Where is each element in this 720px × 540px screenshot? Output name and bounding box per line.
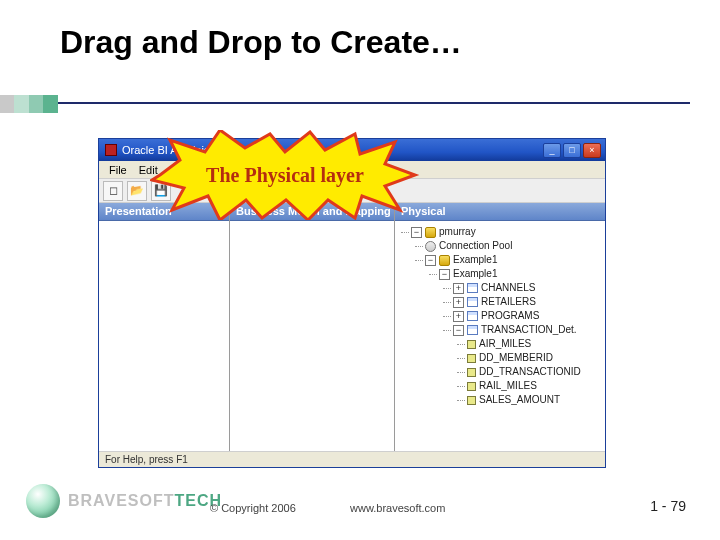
- pane-bmm: Business Model and Mapping: [229, 203, 394, 451]
- close-button[interactable]: ×: [583, 143, 601, 158]
- table-icon: [467, 283, 478, 293]
- tree-node-owner[interactable]: −Example1 +CHANNELS +RETAILERS +PROGRAMS…: [439, 267, 603, 407]
- minus-icon[interactable]: −: [411, 227, 422, 238]
- table-row[interactable]: +PROGRAMS: [453, 309, 603, 323]
- plus-icon[interactable]: +: [453, 283, 464, 294]
- pane-presentation: Presentation: [99, 203, 229, 451]
- plus-icon[interactable]: +: [453, 311, 464, 322]
- callout-starburst: The Physical layer: [150, 130, 420, 220]
- column-row[interactable]: DD_TRANSACTIONID: [467, 365, 603, 379]
- new-icon[interactable]: ◻: [103, 181, 123, 201]
- column-row[interactable]: SALES_AMOUNT: [467, 393, 603, 407]
- copyright-text: © Copyright 2006: [210, 502, 296, 514]
- menu-file[interactable]: File: [103, 162, 133, 178]
- pane-header-physical: Physical: [395, 203, 605, 221]
- minus-icon[interactable]: −: [439, 269, 450, 280]
- column-row[interactable]: DD_MEMBERID: [467, 351, 603, 365]
- column-row[interactable]: AIR_MILES: [467, 337, 603, 351]
- app-icon: [105, 144, 117, 156]
- table-icon: [467, 325, 478, 335]
- database-icon: [425, 227, 436, 238]
- column-icon: [467, 382, 476, 391]
- pane-body-presentation[interactable]: [99, 221, 229, 451]
- tree-node-connpool[interactable]: Connection Pool: [425, 239, 603, 253]
- tree-node-schema[interactable]: −Example1 −Example1 +CHANNELS +RETAILERS…: [425, 253, 603, 407]
- tree-node-datasource[interactable]: −pmurray Connection Pool −Example1 −Exam…: [411, 225, 603, 407]
- column-icon: [467, 396, 476, 405]
- pane-physical: Physical −pmurray Connection Pool −Examp…: [394, 203, 605, 451]
- brand-name: BRAVESOFT: [68, 492, 174, 509]
- title-underline: [58, 102, 690, 104]
- minus-icon[interactable]: −: [453, 325, 464, 336]
- callout-text: The Physical layer: [150, 164, 420, 187]
- table-row[interactable]: +RETAILERS: [453, 295, 603, 309]
- minus-icon[interactable]: −: [425, 255, 436, 266]
- brand-logo: BRAVESOFTTECH: [26, 484, 222, 518]
- column-icon: [467, 340, 476, 349]
- footer-url: www.bravesoft.com: [350, 502, 445, 514]
- plus-icon[interactable]: +: [453, 297, 464, 308]
- minimize-button[interactable]: _: [543, 143, 561, 158]
- open-icon[interactable]: 📂: [127, 181, 147, 201]
- globe-icon: [26, 484, 60, 518]
- table-row[interactable]: +CHANNELS: [453, 281, 603, 295]
- page-title: Drag and Drop to Create…: [60, 24, 720, 61]
- pane-body-bmm[interactable]: [230, 221, 394, 451]
- maximize-button[interactable]: □: [563, 143, 581, 158]
- accent-bar: [0, 95, 58, 113]
- table-icon: [467, 311, 478, 321]
- column-row[interactable]: RAIL_MILES: [467, 379, 603, 393]
- schema-icon: [439, 255, 450, 266]
- table-row[interactable]: −TRANSACTION_Det. AIR_MILES DD_MEMBERID …: [453, 323, 603, 407]
- page-number: 1 - 79: [650, 498, 686, 514]
- column-icon: [467, 354, 476, 363]
- pane-body-physical[interactable]: −pmurray Connection Pool −Example1 −Exam…: [395, 221, 605, 451]
- statusbar: For Help, press F1: [99, 451, 605, 467]
- table-icon: [467, 297, 478, 307]
- column-icon: [467, 368, 476, 377]
- connection-icon: [425, 241, 436, 252]
